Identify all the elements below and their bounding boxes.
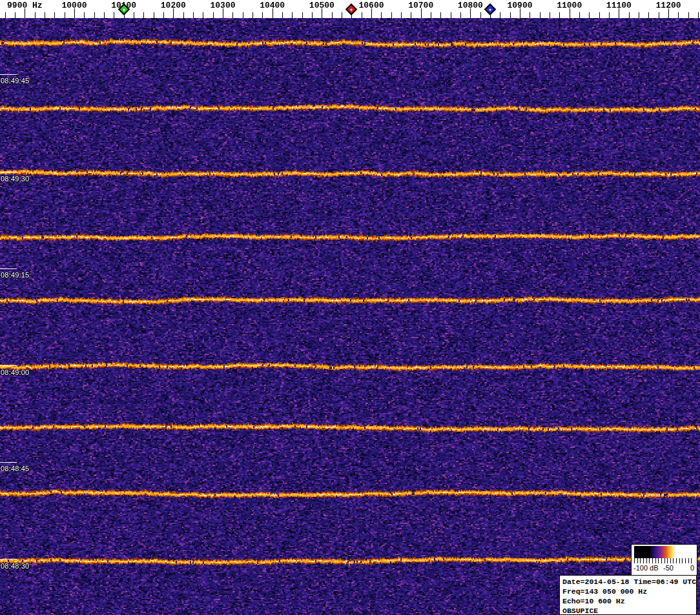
spectrogram-app: 9900 Hz 10000 10100 10200 10300 10400 10… [0, 0, 700, 615]
colorbar-min-label: -100 dB [633, 564, 659, 572]
freq-tick-label: 9900 Hz [7, 1, 43, 10]
spectrogram-canvas [0, 18, 700, 615]
freq-tick-label: 10300 [210, 1, 235, 10]
colorbar: -100 dB -50 0 [631, 544, 697, 576]
freq-tick-label: 10000 [61, 1, 87, 10]
time-label: 08:48:45 [1, 465, 29, 472]
info-frequency: Freq=143 050 000 Hz [562, 587, 696, 596]
freq-tick-label: 10200 [161, 1, 186, 10]
freq-tick-label: 10600 [359, 1, 384, 10]
freq-tick-label: 11000 [557, 1, 582, 10]
freq-tick-label: 10800 [458, 1, 483, 10]
freq-tick-label: 11100 [606, 1, 632, 10]
colorbar-max-label: 0 [690, 564, 694, 572]
colorbar-gradient [634, 546, 694, 558]
freq-tick-label: 10400 [260, 1, 285, 10]
info-echo: Echo=10 600 Hz [562, 596, 696, 606]
freq-tick-label: 10700 [408, 1, 433, 10]
info-date-time: Date=2014-05-18 Time=06:49 UTC [562, 577, 696, 587]
marker-center-dot [350, 8, 353, 10]
frequency-ruler: 9900 Hz 10000 10100 10200 10300 10400 10… [0, 0, 700, 18]
freq-tick-label: 10500 [309, 1, 335, 10]
time-label: 08:49:15 [1, 271, 29, 279]
freq-tick-label: 11200 [656, 1, 681, 10]
time-label: 08:48:30 [1, 562, 29, 570]
time-label: 08:49:30 [1, 175, 29, 183]
info-box: Date=2014-05-18 Time=06:49 UTC Freq=143 … [559, 575, 697, 615]
freq-tick-label: 10900 [508, 1, 533, 10]
time-label: 08:49:45 [1, 77, 29, 85]
colorbar-ticks [634, 558, 694, 563]
info-station: OBSUPICE [562, 606, 696, 615]
marker-center-dot [489, 8, 491, 10]
colorbar-mid-label: -50 [663, 564, 674, 572]
marker-center-dot [123, 8, 125, 10]
time-label: 08:49:00 [1, 368, 29, 376]
